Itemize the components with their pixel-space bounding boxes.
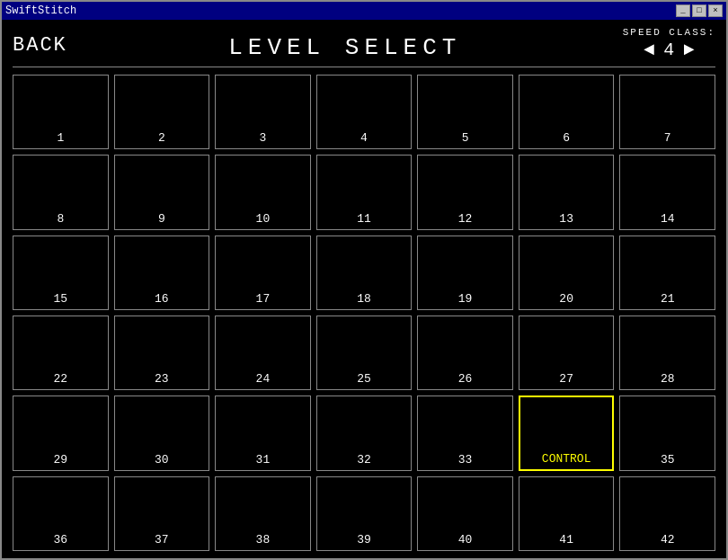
level-cell-11[interactable]: 11: [316, 155, 413, 229]
cell-label-28: 28: [661, 372, 675, 386]
level-cell-29[interactable]: 29: [13, 396, 109, 470]
cell-label-37: 37: [155, 533, 169, 547]
level-cell-9[interactable]: 9: [114, 155, 210, 229]
cell-label-27: 27: [559, 372, 573, 386]
title-bar-left: SwiftStitch: [5, 4, 76, 17]
cell-label-3: 3: [260, 131, 267, 145]
speed-decrease-button[interactable]: ◄: [644, 40, 654, 60]
cell-label-25: 25: [357, 372, 371, 386]
level-cell-26[interactable]: 26: [417, 316, 513, 390]
level-cell-17[interactable]: 17: [215, 236, 311, 310]
level-cell-40[interactable]: 40: [417, 476, 513, 551]
main-window: SwiftStitch _ □ × BACK LEVEL SELECT SPEE…: [0, 0, 728, 560]
cell-label-26: 26: [458, 372, 473, 386]
cell-label-6: 6: [563, 131, 570, 145]
level-cell-22[interactable]: 22: [13, 316, 109, 390]
level-cell-19[interactable]: 19: [417, 236, 513, 310]
level-cell-8[interactable]: 8: [13, 155, 109, 229]
cell-label-29: 29: [53, 453, 67, 467]
cell-label-14: 14: [661, 212, 675, 226]
level-cell-39[interactable]: 39: [316, 476, 413, 551]
level-cell-34[interactable]: CONTROL: [519, 396, 615, 470]
page-title: LEVEL SELECT: [228, 34, 461, 61]
level-cell-7[interactable]: 7: [619, 75, 715, 149]
speed-class-container: SPEED CLASS: ◄ 4 ►: [623, 27, 715, 60]
level-cell-32[interactable]: 32: [316, 396, 413, 470]
close-button[interactable]: ×: [708, 4, 723, 17]
cell-label-23: 23: [155, 372, 169, 386]
cell-label-5: 5: [462, 131, 469, 145]
level-cell-38[interactable]: 38: [215, 476, 311, 551]
level-cell-13[interactable]: 13: [519, 155, 615, 229]
cell-label-7: 7: [664, 131, 671, 145]
cell-label-31: 31: [256, 453, 271, 467]
level-cell-28[interactable]: 28: [619, 316, 715, 390]
content-area: BACK LEVEL SELECT SPEED CLASS: ◄ 4 ► 123…: [2, 20, 726, 558]
cell-label-13: 13: [559, 212, 573, 226]
cell-label-36: 36: [53, 533, 67, 547]
cell-label-33: 33: [458, 453, 473, 467]
cell-label-39: 39: [357, 533, 371, 547]
cell-label-22: 22: [53, 372, 67, 386]
cell-label-32: 32: [357, 453, 371, 467]
level-cell-10[interactable]: 10: [215, 155, 311, 229]
level-cell-30[interactable]: 30: [114, 396, 210, 470]
cell-label-35: 35: [661, 453, 675, 467]
cell-label-9: 9: [158, 212, 165, 226]
level-cell-36[interactable]: 36: [13, 476, 109, 551]
title-bar: SwiftStitch _ □ ×: [2, 2, 726, 20]
cell-label-8: 8: [57, 212, 64, 226]
level-cell-37[interactable]: 37: [114, 476, 210, 551]
level-cell-41[interactable]: 41: [519, 476, 615, 551]
level-cell-6[interactable]: 6: [519, 75, 615, 149]
cell-label-17: 17: [256, 292, 271, 306]
speed-class-controls: ◄ 4 ►: [644, 40, 694, 60]
cell-label-10: 10: [256, 212, 271, 226]
level-cell-5[interactable]: 5: [417, 75, 513, 149]
level-cell-1[interactable]: 1: [13, 75, 109, 149]
level-cell-25[interactable]: 25: [316, 316, 413, 390]
cell-label-15: 15: [53, 292, 67, 306]
back-button[interactable]: BACK: [13, 34, 67, 57]
cell-label-24: 24: [256, 372, 271, 386]
cell-label-34: CONTROL: [542, 452, 591, 466]
level-cell-33[interactable]: 33: [417, 396, 513, 470]
level-cell-14[interactable]: 14: [619, 155, 715, 229]
header: BACK LEVEL SELECT SPEED CLASS: ◄ 4 ►: [13, 27, 715, 61]
speed-value: 4: [660, 40, 678, 60]
minimize-button[interactable]: _: [676, 4, 690, 17]
cell-label-11: 11: [357, 212, 371, 226]
header-divider: [13, 67, 715, 67]
cell-label-12: 12: [458, 212, 473, 226]
level-cell-4[interactable]: 4: [316, 75, 413, 149]
speed-increase-button[interactable]: ►: [683, 40, 694, 60]
level-cell-31[interactable]: 31: [215, 396, 311, 470]
level-cell-12[interactable]: 12: [417, 155, 513, 229]
title-bar-controls: _ □ ×: [676, 4, 723, 17]
level-cell-35[interactable]: 35: [619, 396, 715, 470]
cell-label-16: 16: [155, 292, 169, 306]
maximize-button[interactable]: □: [692, 4, 706, 17]
app-title: SwiftStitch: [5, 4, 76, 17]
cell-label-38: 38: [256, 533, 271, 547]
level-cell-16[interactable]: 16: [114, 236, 210, 310]
cell-label-2: 2: [158, 131, 165, 145]
level-cell-3[interactable]: 3: [215, 75, 311, 149]
cell-label-30: 30: [155, 453, 169, 467]
cell-label-4: 4: [360, 131, 368, 145]
level-cell-23[interactable]: 23: [114, 316, 210, 390]
level-cell-42[interactable]: 42: [619, 476, 715, 551]
level-cell-21[interactable]: 21: [619, 236, 715, 310]
cell-label-21: 21: [661, 292, 675, 306]
level-cell-27[interactable]: 27: [519, 316, 615, 390]
level-cell-24[interactable]: 24: [215, 316, 311, 390]
level-cell-2[interactable]: 2: [114, 75, 210, 149]
cell-label-20: 20: [559, 292, 573, 306]
level-cell-18[interactable]: 18: [316, 236, 413, 310]
level-cell-20[interactable]: 20: [519, 236, 615, 310]
speed-class-label: SPEED CLASS:: [623, 27, 715, 38]
cell-label-42: 42: [661, 533, 675, 547]
level-cell-15[interactable]: 15: [13, 236, 109, 310]
cell-label-1: 1: [57, 131, 64, 145]
cell-label-19: 19: [458, 292, 473, 306]
